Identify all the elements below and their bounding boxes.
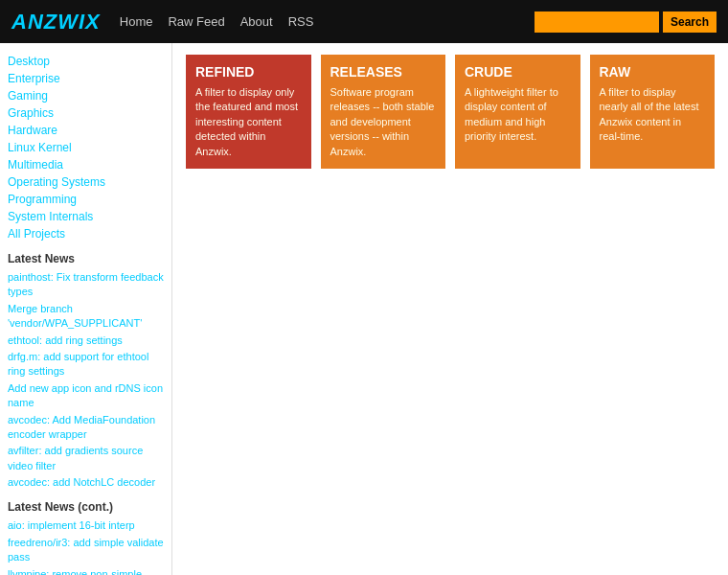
news-cont-item-0[interactable]: aio: implement 16-bit interp xyxy=(8,518,164,534)
nav-rss[interactable]: RSS xyxy=(288,14,314,29)
main-content: REFINED A filter to display only the fea… xyxy=(172,43,728,575)
filter-cards: REFINED A filter to display only the fea… xyxy=(186,55,715,169)
card-raw-title: RAW xyxy=(600,64,706,80)
card-raw[interactable]: RAW A filter to display nearly all of th… xyxy=(590,55,716,169)
card-crude[interactable]: CRUDE A lightweight filter to display co… xyxy=(455,55,580,169)
news-item-6[interactable]: avfilter: add gradients source video fil… xyxy=(8,443,164,474)
card-releases-title: RELEASES xyxy=(330,64,437,80)
news-item-3[interactable]: drfg.m: add support for ethtool ring set… xyxy=(8,349,164,380)
header: ANZWIX Home Raw Feed About RSS Search xyxy=(0,0,728,43)
sidebar-item-graphics[interactable]: Graphics xyxy=(8,104,164,122)
news-item-4[interactable]: Add new app icon and rDNS icon name xyxy=(8,380,164,412)
sidebar-item-linuxkernel[interactable]: Linux Kernel xyxy=(8,139,164,156)
search-button[interactable]: Search xyxy=(663,12,717,33)
sidebar-item-operatingsystems[interactable]: Operating Systems xyxy=(8,173,164,191)
card-crude-title: CRUDE xyxy=(465,64,571,80)
nav-home[interactable]: Home xyxy=(120,14,153,29)
sidebar-item-systeminternals[interactable]: System Internals xyxy=(8,208,164,225)
nav-rawfeed[interactable]: Raw Feed xyxy=(168,14,224,29)
sidebar-item-multimedia[interactable]: Multimedia xyxy=(8,156,164,173)
site-logo[interactable]: ANZWIX xyxy=(11,10,101,34)
news-item-2[interactable]: ethtool: add ring settings xyxy=(8,333,164,349)
news-item-5[interactable]: avcodec: Add MediaFoundation encoder wra… xyxy=(8,412,164,444)
card-refined-desc: A filter to display only the featured an… xyxy=(195,86,298,157)
card-releases[interactable]: RELEASES Software program releases -- bo… xyxy=(321,55,446,169)
sidebar-item-desktop[interactable]: Desktop xyxy=(8,53,164,70)
search-area: Search xyxy=(535,12,717,33)
sidebar-item-enterprise[interactable]: Enterprise xyxy=(8,70,164,87)
news-cont-item-1[interactable]: freedreno/ir3: add simple validate pass xyxy=(8,535,164,566)
sidebar-item-gaming[interactable]: Gaming xyxy=(8,87,164,104)
sidebar-item-hardware[interactable]: Hardware xyxy=(8,122,164,139)
search-input[interactable] xyxy=(535,12,659,33)
news-item-0[interactable]: painthost: Fix transform feedback types xyxy=(8,269,164,301)
card-refined[interactable]: REFINED A filter to display only the fea… xyxy=(186,55,311,169)
card-refined-title: REFINED xyxy=(195,64,302,80)
card-crude-desc: A lightweight filter to display content … xyxy=(465,86,558,142)
sidebar: Desktop Enterprise Gaming Graphics Hardw… xyxy=(0,43,172,575)
nav-about[interactable]: About xyxy=(240,14,273,29)
news-item-7[interactable]: avcodec: add NotchLC decoder xyxy=(8,474,164,491)
main-nav: Home Raw Feed About RSS xyxy=(120,14,515,29)
layout: Desktop Enterprise Gaming Graphics Hardw… xyxy=(0,43,728,575)
news-cont-item-2[interactable]: llvmpipe: remove non-simple interpolatio… xyxy=(8,566,164,575)
card-releases-desc: Software program releases -- both stable… xyxy=(330,86,435,157)
sidebar-item-programming[interactable]: Programming xyxy=(8,191,164,208)
latest-news-cont-title: Latest News (cont.) xyxy=(8,500,164,514)
news-item-1[interactable]: Merge branch 'vendor/WPA_SUPPLICANT' xyxy=(8,301,164,333)
card-raw-desc: A filter to display nearly all of the la… xyxy=(600,86,699,142)
sidebar-item-allprojects[interactable]: All Projects xyxy=(8,225,164,242)
latest-news-title: Latest News xyxy=(8,252,164,265)
